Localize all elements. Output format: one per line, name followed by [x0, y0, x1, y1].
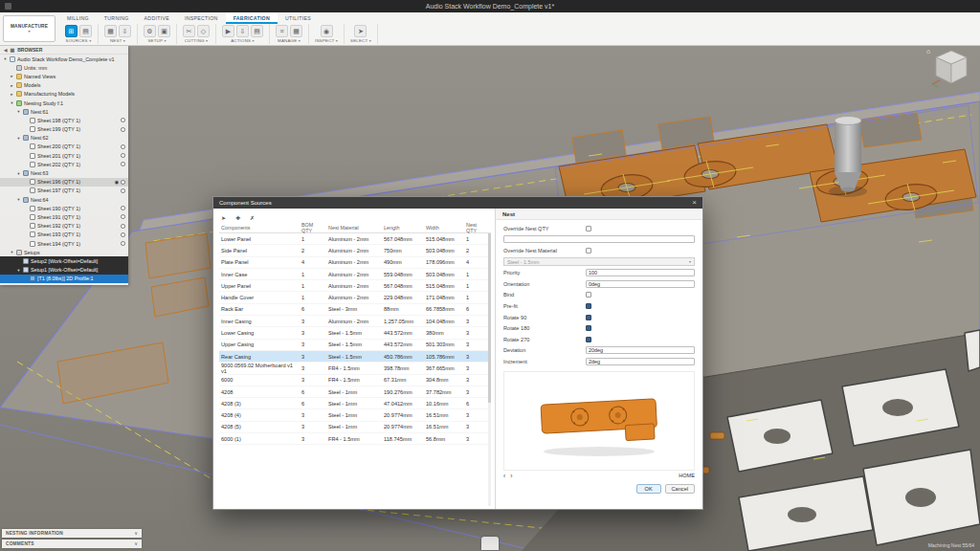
browser-item[interactable]: ▾Nest:61	[0, 107, 128, 116]
tab-utilities[interactable]: UTILITIES	[278, 12, 319, 24]
table-row[interactable]: 6000 (1)3FR4 - 1.5mm118.745mm56.8mm3	[219, 433, 491, 445]
sheet-radio-icon[interactable]	[121, 180, 125, 185]
browser-item[interactable]: Sheet:201 (QTY 1)	[0, 151, 128, 160]
home-icon[interactable]: ⌂	[926, 48, 930, 55]
sheet-radio-icon[interactable]	[121, 206, 125, 210]
rotate-180-checkbox[interactable]	[586, 325, 591, 331]
sheet-radio-icon[interactable]	[121, 214, 125, 219]
rotate-90-checkbox[interactable]	[586, 315, 591, 320]
toolbar-group-label[interactable]: CUTTING ▾	[185, 38, 209, 43]
toolbar-group-label[interactable]: SOURCES ▾	[66, 38, 92, 43]
pre-fit-checkbox[interactable]	[586, 303, 591, 309]
extract-nest-icon[interactable]: ⇩	[119, 25, 131, 37]
tab-fabrication[interactable]: FABRICATION	[226, 12, 278, 24]
priority-input[interactable]	[586, 269, 695, 276]
browser-item[interactable]: ▸Models	[0, 81, 128, 90]
browser-item[interactable]: Sheet:197 (QTY 1)	[0, 187, 128, 195]
collapse-browser-icon[interactable]: ◀	[4, 48, 7, 53]
ok-button[interactable]: OK	[636, 484, 661, 494]
browser-item[interactable]: Sheet:190 (QTY 1)	[0, 204, 128, 212]
orientation-input[interactable]	[586, 280, 695, 288]
table-row[interactable]: 9000.0569.02 Motherboard v1 v13FR4 - 1.5…	[219, 363, 491, 374]
toolbar-group-label[interactable]: MANAGE ▾	[278, 38, 301, 43]
column-header[interactable]: Width	[424, 225, 464, 231]
2d-profile-icon[interactable]: ✂	[183, 25, 195, 37]
expand-arrow-icon[interactable]: ▾	[16, 136, 21, 141]
expand-arrow-icon[interactable]: ▸	[10, 83, 14, 88]
table-row[interactable]: Inner Casing3Aluminum - 2mm1,257.05mm104…	[219, 316, 491, 327]
column-header[interactable]: Components	[219, 225, 300, 231]
table-row[interactable]: Side Panel2Aluminum - 2mm750mm503.048mm2	[219, 245, 491, 256]
delete-component-icon[interactable]: ✗	[248, 213, 256, 222]
column-header[interactable]: Nest QTY	[464, 222, 489, 233]
nest-section-header[interactable]: Nest	[496, 209, 702, 220]
browser-item[interactable]: Units: mm	[0, 63, 128, 72]
dialog-titlebar[interactable]: Component Sources ×	[213, 197, 702, 209]
create-nest-study-icon[interactable]: ▦	[104, 25, 117, 37]
override-nest-material-checkbox[interactable]	[586, 248, 591, 253]
cancel-button[interactable]: Cancel	[665, 484, 695, 494]
table-row[interactable]: 4208 (3)6Steel - 1mm47.0412mm10.16mm6	[219, 398, 491, 409]
expand-arrow-icon[interactable]: ▾	[10, 100, 14, 105]
expand-arrow-icon[interactable]: ▸	[10, 74, 14, 78]
increment-input[interactable]	[586, 358, 695, 365]
browser-item[interactable]: Sheet:193 (QTY 1)	[0, 231, 128, 239]
table-row[interactable]: Upper Panel1Aluminum - 2mm567.048mm515.0…	[219, 280, 491, 292]
task-manager-icon[interactable]: ▦	[290, 25, 302, 37]
table-row[interactable]: 4208 (4)3Steel - 1mm20.9774mm16.51mm3	[219, 409, 491, 421]
table-row[interactable]: Plate Panel4Aluminum - 2mm490mm178.096mm…	[219, 257, 491, 269]
browser-item[interactable]: Setup2 [Work-Offset=Default]	[0, 256, 128, 265]
table-row[interactable]: Lower Casing3Steel - 1.5mm443.572mm380mm…	[219, 327, 491, 339]
browser-item[interactable]: Sheet:199 (QTY 1)	[0, 125, 128, 134]
view-cube-graphic[interactable]	[928, 48, 972, 88]
viewport-3d[interactable]: ⌂ ◀ ▦ BROWSER ▾Audio Stack Workflow Demo…	[0, 46, 980, 551]
browser-item[interactable]: ▾Nesting Study f:1	[0, 99, 128, 107]
browser-item[interactable]: ▾Nest:64	[0, 195, 128, 204]
sheet-radio-icon[interactable]	[121, 153, 125, 158]
table-row[interactable]: Lower Panel1Aluminum - 2mm567.048mm515.0…	[219, 233, 491, 245]
setup-sheet-icon[interactable]: ▤	[251, 25, 263, 37]
table-row[interactable]: Upper Casing3Steel - 1.5mm443.572mm501.3…	[219, 340, 491, 351]
tab-additive[interactable]: ADDITIVE	[137, 12, 177, 24]
nesting-information-panel[interactable]: NESTING INFORMATION ∨	[2, 529, 142, 538]
new-setup-icon[interactable]: ⚙	[144, 25, 156, 37]
simulate-icon[interactable]: ▶	[222, 25, 234, 37]
table-row[interactable]: Inner Case1Aluminum - 2mm559.048mm503.04…	[219, 269, 491, 280]
table-row[interactable]: Handle Cover1Aluminum - 2mm229.048mm171.…	[219, 292, 491, 303]
expand-arrow-icon[interactable]: ▾	[16, 197, 21, 202]
workspace-switcher[interactable]: MANUFACTURE ▾	[3, 15, 56, 42]
sheet-radio-icon[interactable]	[121, 232, 125, 237]
sheet-radio-icon[interactable]	[121, 224, 125, 229]
toolbar-group-label[interactable]: SETUP ▾	[147, 38, 166, 43]
table-row[interactable]: Rack Ear6Steel - 3mm88mm66.7858mm6	[219, 304, 491, 316]
bind-checkbox[interactable]	[586, 292, 591, 298]
expand-arrow-icon[interactable]: ▸	[10, 92, 14, 97]
browser-item[interactable]: Sheet:200 (QTY 1)	[0, 143, 128, 151]
browser-item[interactable]: ▾Nest:62	[0, 134, 128, 143]
select-tool-icon[interactable]: ➤	[354, 25, 367, 37]
sheet-radio-icon[interactable]	[121, 188, 125, 193]
browser-item[interactable]: ▾Setups	[0, 248, 128, 256]
rotate-270-checkbox[interactable]	[586, 337, 591, 342]
column-header[interactable]: Nest Material	[326, 225, 382, 231]
expand-arrow-icon[interactable]: ▾	[16, 109, 21, 114]
measure-icon[interactable]: ◉	[321, 25, 333, 37]
tab-milling[interactable]: MILLING	[59, 12, 97, 24]
override-qty-input[interactable]	[503, 235, 695, 243]
visibility-eye-icon[interactable]: ◉	[115, 179, 119, 185]
expand-arrow-icon[interactable]: ▾	[16, 268, 21, 273]
browser-item[interactable]: ▾Setup1 [Work-Offset=Default]	[0, 266, 128, 275]
cutting-extra-icon[interactable]: ◇	[197, 25, 210, 37]
expand-arrow-icon[interactable]: ▾	[16, 171, 21, 176]
toolbar-group-label[interactable]: SELECT ▾	[350, 38, 371, 43]
browser-item[interactable]: ▾Audio Stack Workflow Demo_Complete v1	[0, 55, 128, 63]
next-part-icon[interactable]: ›	[510, 473, 512, 479]
browser-item[interactable]: Sheet:191 (QTY 1)	[0, 212, 128, 221]
column-header[interactable]: Length	[382, 225, 424, 231]
view-cube[interactable]: ⌂	[928, 48, 974, 88]
browser-item[interactable]: [T1 (8.0lbs)] 2D Profile:1	[0, 275, 128, 283]
override-nest-qty-checkbox[interactable]	[586, 226, 591, 231]
sheet-radio-icon[interactable]	[121, 241, 125, 246]
toolbar-group-label[interactable]: INSPECT ▾	[315, 38, 338, 43]
sheet-radio-icon[interactable]	[121, 127, 125, 132]
